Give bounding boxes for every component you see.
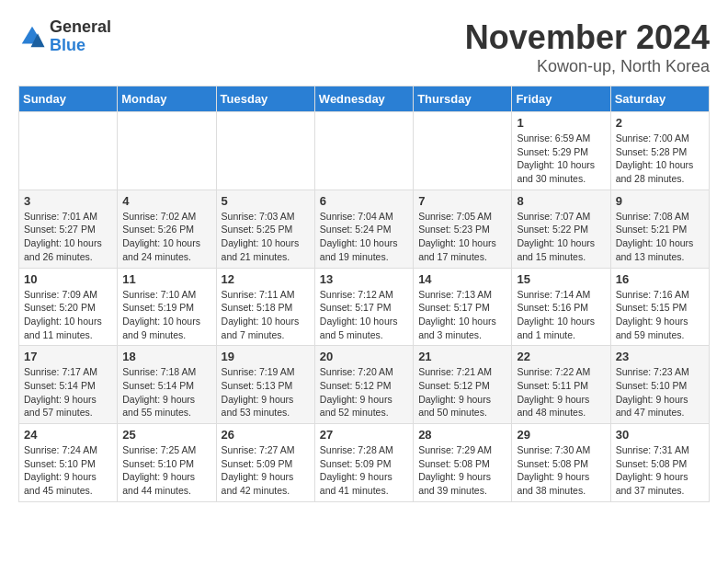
day-number: 30 [616, 428, 704, 442]
logo-general: General [50, 18, 111, 37]
calendar-cell: 11Sunrise: 7:10 AM Sunset: 5:19 PM Dayli… [118, 268, 216, 346]
day-number: 16 [616, 272, 704, 286]
day-info: Sunrise: 6:59 AM Sunset: 5:29 PM Dayligh… [517, 132, 605, 186]
day-info: Sunrise: 7:08 AM Sunset: 5:21 PM Dayligh… [616, 210, 704, 264]
calendar-cell: 5Sunrise: 7:03 AM Sunset: 5:25 PM Daylig… [216, 190, 314, 268]
weekday-header-wednesday: Wednesday [314, 86, 413, 112]
weekday-header-saturday: Saturday [610, 86, 709, 112]
calendar-cell: 8Sunrise: 7:07 AM Sunset: 5:22 PM Daylig… [512, 190, 610, 268]
day-info: Sunrise: 7:17 AM Sunset: 5:14 PM Dayligh… [24, 365, 112, 419]
calendar-week-2: 3Sunrise: 7:01 AM Sunset: 5:27 PM Daylig… [19, 190, 710, 268]
day-info: Sunrise: 7:22 AM Sunset: 5:11 PM Dayligh… [517, 365, 605, 419]
calendar-cell: 21Sunrise: 7:21 AM Sunset: 5:12 PM Dayli… [414, 346, 512, 424]
calendar-cell: 15Sunrise: 7:14 AM Sunset: 5:16 PM Dayli… [512, 268, 610, 346]
day-info: Sunrise: 7:21 AM Sunset: 5:12 PM Dayligh… [418, 365, 506, 419]
month-title: November 2024 [465, 18, 710, 57]
day-number: 29 [517, 428, 605, 442]
day-number: 28 [418, 428, 506, 442]
calendar-cell [118, 112, 216, 190]
day-info: Sunrise: 7:29 AM Sunset: 5:08 PM Dayligh… [418, 443, 506, 498]
calendar-cell: 13Sunrise: 7:12 AM Sunset: 5:17 PM Dayli… [314, 268, 413, 346]
day-number: 1 [517, 116, 605, 130]
day-number: 11 [122, 272, 210, 286]
day-info: Sunrise: 7:12 AM Sunset: 5:17 PM Dayligh… [320, 288, 408, 342]
calendar-cell: 6Sunrise: 7:04 AM Sunset: 5:24 PM Daylig… [314, 190, 413, 268]
calendar-cell [19, 112, 118, 190]
day-info: Sunrise: 7:31 AM Sunset: 5:08 PM Dayligh… [616, 443, 704, 498]
calendar-cell: 28Sunrise: 7:29 AM Sunset: 5:08 PM Dayli… [414, 424, 512, 502]
day-number: 10 [24, 272, 112, 286]
page-header: General Blue November 2024 Kowon-up, Nor… [18, 18, 710, 76]
day-number: 3 [24, 194, 112, 208]
day-info: Sunrise: 7:07 AM Sunset: 5:22 PM Dayligh… [517, 210, 605, 264]
day-number: 17 [24, 350, 112, 363]
day-number: 9 [616, 194, 704, 208]
calendar-cell [216, 112, 314, 190]
day-number: 13 [320, 272, 408, 286]
calendar-cell: 20Sunrise: 7:20 AM Sunset: 5:12 PM Dayli… [314, 346, 413, 424]
day-number: 25 [122, 428, 210, 442]
calendar-cell: 27Sunrise: 7:28 AM Sunset: 5:09 PM Dayli… [314, 424, 413, 502]
logo: General Blue [18, 18, 111, 55]
calendar-cell [314, 112, 413, 190]
calendar-cell: 7Sunrise: 7:05 AM Sunset: 5:23 PM Daylig… [414, 190, 512, 268]
day-number: 21 [418, 350, 506, 363]
calendar: SundayMondayTuesdayWednesdayThursdayFrid… [18, 86, 710, 502]
day-info: Sunrise: 7:27 AM Sunset: 5:09 PM Dayligh… [222, 443, 310, 498]
weekday-header-row: SundayMondayTuesdayWednesdayThursdayFrid… [19, 86, 710, 112]
day-number: 19 [222, 350, 310, 363]
calendar-cell: 29Sunrise: 7:30 AM Sunset: 5:08 PM Dayli… [512, 424, 610, 502]
logo-icon [18, 23, 46, 51]
day-info: Sunrise: 7:24 AM Sunset: 5:10 PM Dayligh… [24, 443, 112, 498]
calendar-week-4: 17Sunrise: 7:17 AM Sunset: 5:14 PM Dayli… [19, 346, 710, 424]
day-number: 22 [517, 350, 605, 363]
day-info: Sunrise: 7:25 AM Sunset: 5:10 PM Dayligh… [122, 443, 210, 498]
calendar-cell: 12Sunrise: 7:11 AM Sunset: 5:18 PM Dayli… [216, 268, 314, 346]
day-info: Sunrise: 7:03 AM Sunset: 5:25 PM Dayligh… [222, 210, 310, 264]
location: Kowon-up, North Korea [465, 57, 710, 76]
day-info: Sunrise: 7:01 AM Sunset: 5:27 PM Dayligh… [24, 210, 112, 264]
logo-blue: Blue [50, 37, 111, 55]
day-info: Sunrise: 7:11 AM Sunset: 5:18 PM Dayligh… [222, 288, 310, 342]
calendar-cell: 23Sunrise: 7:23 AM Sunset: 5:10 PM Dayli… [610, 346, 709, 424]
calendar-cell: 9Sunrise: 7:08 AM Sunset: 5:21 PM Daylig… [610, 190, 709, 268]
calendar-week-5: 24Sunrise: 7:24 AM Sunset: 5:10 PM Dayli… [19, 424, 710, 502]
day-info: Sunrise: 7:23 AM Sunset: 5:10 PM Dayligh… [616, 365, 704, 419]
day-number: 8 [517, 194, 605, 208]
day-info: Sunrise: 7:20 AM Sunset: 5:12 PM Dayligh… [320, 365, 408, 419]
weekday-header-friday: Friday [512, 86, 610, 112]
weekday-header-monday: Monday [118, 86, 216, 112]
day-info: Sunrise: 7:16 AM Sunset: 5:15 PM Dayligh… [616, 288, 704, 342]
calendar-week-1: 1Sunrise: 6:59 AM Sunset: 5:29 PM Daylig… [19, 112, 710, 190]
day-number: 12 [222, 272, 310, 286]
weekday-header-thursday: Thursday [414, 86, 512, 112]
calendar-cell: 10Sunrise: 7:09 AM Sunset: 5:20 PM Dayli… [19, 268, 118, 346]
day-info: Sunrise: 7:04 AM Sunset: 5:24 PM Dayligh… [320, 210, 408, 264]
day-number: 15 [517, 272, 605, 286]
calendar-cell: 14Sunrise: 7:13 AM Sunset: 5:17 PM Dayli… [414, 268, 512, 346]
calendar-cell: 19Sunrise: 7:19 AM Sunset: 5:13 PM Dayli… [216, 346, 314, 424]
day-number: 20 [320, 350, 408, 363]
day-info: Sunrise: 7:02 AM Sunset: 5:26 PM Dayligh… [122, 210, 210, 264]
day-info: Sunrise: 7:14 AM Sunset: 5:16 PM Dayligh… [517, 288, 605, 342]
day-number: 2 [616, 116, 704, 130]
day-number: 26 [222, 428, 310, 442]
calendar-cell: 3Sunrise: 7:01 AM Sunset: 5:27 PM Daylig… [19, 190, 118, 268]
calendar-cell: 25Sunrise: 7:25 AM Sunset: 5:10 PM Dayli… [118, 424, 216, 502]
day-info: Sunrise: 7:00 AM Sunset: 5:28 PM Dayligh… [616, 132, 704, 186]
calendar-week-3: 10Sunrise: 7:09 AM Sunset: 5:20 PM Dayli… [19, 268, 710, 346]
calendar-cell: 4Sunrise: 7:02 AM Sunset: 5:26 PM Daylig… [118, 190, 216, 268]
day-info: Sunrise: 7:09 AM Sunset: 5:20 PM Dayligh… [24, 288, 112, 342]
calendar-cell: 18Sunrise: 7:18 AM Sunset: 5:14 PM Dayli… [118, 346, 216, 424]
weekday-header-tuesday: Tuesday [216, 86, 314, 112]
day-number: 6 [320, 194, 408, 208]
calendar-cell: 1Sunrise: 6:59 AM Sunset: 5:29 PM Daylig… [512, 112, 610, 190]
day-number: 23 [616, 350, 704, 363]
calendar-cell: 16Sunrise: 7:16 AM Sunset: 5:15 PM Dayli… [610, 268, 709, 346]
calendar-cell: 26Sunrise: 7:27 AM Sunset: 5:09 PM Dayli… [216, 424, 314, 502]
day-number: 7 [418, 194, 506, 208]
day-number: 4 [122, 194, 210, 208]
day-info: Sunrise: 7:28 AM Sunset: 5:09 PM Dayligh… [320, 443, 408, 498]
day-info: Sunrise: 7:13 AM Sunset: 5:17 PM Dayligh… [418, 288, 506, 342]
calendar-cell [414, 112, 512, 190]
